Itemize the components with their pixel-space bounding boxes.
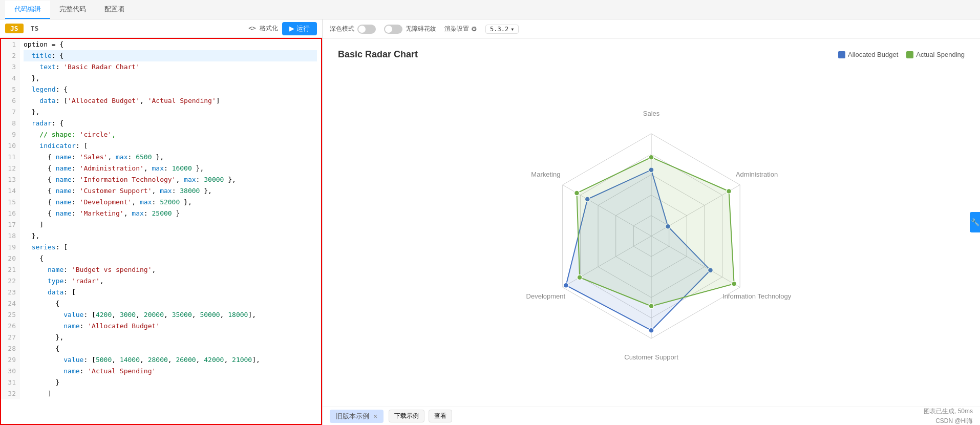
lang-tab-ts[interactable]: TS (26, 24, 44, 33)
timing-text: 图表已生成, 50ms (924, 407, 973, 416)
chart-legend: Allocated BudgetActual Spending (838, 51, 965, 58)
toggle-knob (358, 26, 366, 33)
top-tabs: 代码编辑 完整代码 配置项 (0, 0, 980, 19)
tab-code-edit[interactable]: 代码编辑 (5, 1, 50, 19)
chevron-down-icon: ▾ (510, 26, 514, 33)
preview-panel: 深色模式 无障碍花纹 渲染设置 ⚙ 5.3.2 ▾ B (323, 19, 980, 425)
render-setting[interactable]: 渲染设置 ⚙ (444, 25, 477, 33)
dark-mode-label: 深色模式 (330, 25, 354, 33)
notice-text: 旧版本示例 (336, 412, 369, 421)
bottom-bar: 旧版本示例 × 下载示例 查看 图表已生成, 50ms CSDN @Hi海 (323, 407, 980, 425)
svg-text:Marketing: Marketing (531, 171, 560, 178)
svg-point-21 (649, 328, 654, 333)
accessible-toggle-group: 无障碍花纹 (384, 25, 436, 34)
editor-panel: JS TS <> 格式化 ▶ 运行 1234567891011121314151… (0, 19, 323, 425)
version-select[interactable]: 5.3.2 ▾ (485, 25, 519, 34)
run-button[interactable]: ▶ 运行 (282, 22, 317, 35)
editor-toolbar: JS TS <> 格式化 ▶ 运行 (0, 19, 322, 38)
lang-tabs: JS TS (5, 24, 44, 33)
version-label: 5.3.2 (490, 26, 508, 33)
author-text: CSDN @Hi海 (935, 417, 973, 426)
code-content[interactable]: option = { title: { text: 'Basic Radar C… (19, 39, 321, 399)
tab-config[interactable]: 配置项 (95, 1, 134, 19)
chart-header: Basic Radar Chart Allocated BudgetActual… (338, 49, 965, 60)
dark-mode-toggle[interactable] (357, 25, 376, 34)
chart-title: Basic Radar Chart (338, 49, 418, 60)
code-editor[interactable]: 1234567891011121314151617181920212223242… (0, 38, 322, 425)
tab-full-code[interactable]: 完整代码 (50, 1, 95, 19)
svg-point-22 (563, 283, 568, 288)
toolbar-right: <> 格式化 ▶ 运行 (248, 22, 317, 35)
code-lines: 1234567891011121314151617181920212223242… (1, 39, 321, 399)
old-version-notice: 旧版本示例 × (330, 410, 384, 423)
accessible-toggle[interactable] (384, 25, 402, 34)
svg-point-25 (649, 155, 654, 160)
legend-item: Actual Spending (906, 51, 965, 58)
svg-text:Administration: Administration (736, 171, 778, 178)
format-button[interactable]: <> 格式化 (248, 24, 278, 33)
chart-area: Basic Radar Chart Allocated BudgetActual… (323, 39, 980, 407)
svg-text:Sales: Sales (643, 110, 660, 117)
svg-text:Customer Support: Customer Support (624, 353, 678, 361)
dark-mode-toggle-group: 深色模式 (330, 25, 376, 34)
svg-text:Information Technology: Information Technology (722, 292, 792, 300)
legend-item: Allocated Budget (838, 51, 898, 58)
svg-marker-24 (577, 157, 734, 306)
toggle-knob-2 (385, 26, 392, 33)
svg-text:Development: Development (526, 292, 566, 300)
preview-toolbar: 深色模式 无障碍花纹 渲染设置 ⚙ 5.3.2 ▾ (323, 19, 980, 39)
svg-point-30 (574, 190, 580, 196)
bottom-actions: 下载示例 查看 (389, 410, 452, 422)
svg-point-27 (732, 281, 737, 286)
edge-icon-symbol: 🔧 (971, 218, 979, 226)
legend-color (838, 51, 845, 58)
radar-container: SalesAdministrationInformation Technolog… (338, 65, 965, 396)
view-button[interactable]: 查看 (429, 410, 452, 422)
line-numbers: 1234567891011121314151617181920212223242… (1, 39, 19, 399)
svg-point-28 (649, 303, 654, 308)
svg-point-26 (727, 188, 732, 194)
svg-point-29 (577, 274, 582, 280)
legend-color (906, 51, 913, 58)
accessible-label: 无障碍花纹 (406, 25, 436, 33)
download-button[interactable]: 下载示例 (389, 410, 424, 422)
notice-close-button[interactable]: × (373, 412, 377, 420)
radar-chart: SalesAdministrationInformation Technolog… (498, 98, 805, 364)
right-edge-icon[interactable]: 🔧 (970, 212, 980, 232)
main-layout: JS TS <> 格式化 ▶ 运行 1234567891011121314151… (0, 19, 980, 425)
lang-tab-js[interactable]: JS (5, 24, 24, 33)
gear-icon: ⚙ (471, 25, 477, 33)
render-setting-label: 渲染设置 (444, 25, 469, 33)
run-icon: ▶ (289, 25, 294, 32)
